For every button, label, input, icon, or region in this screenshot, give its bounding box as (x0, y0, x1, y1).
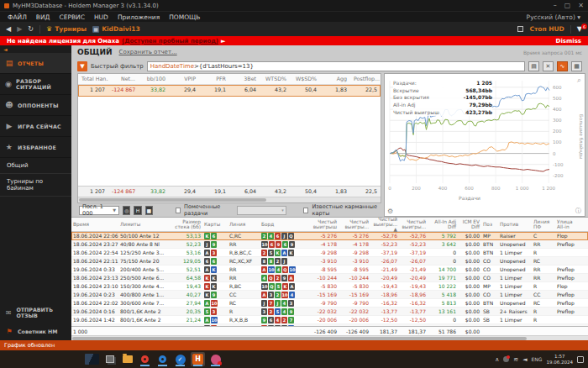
save-filter-button[interactable]: ▤ (528, 61, 539, 71)
marked-hands-checkbox[interactable] (176, 208, 181, 213)
column-header[interactable]: PFR (199, 74, 229, 84)
column-header[interactable]: ICM EV Diff (458, 219, 481, 229)
table-row[interactable]: 18.06.2024 23:2740/80 Ante 8 Nl52,23J9RR… (71, 240, 588, 249)
stop-hud-checkbox[interactable] (517, 26, 523, 32)
column-header[interactable]: Postflop... (350, 74, 381, 84)
menu-service[interactable]: СЕРВИС (59, 13, 85, 21)
column-header[interactable]: Total Han... ▲ (78, 74, 108, 84)
column-header[interactable]: Размер стека (бб) (169, 219, 202, 229)
sidebar-item-play-now[interactable]: ▶ ИГРА СЕЙЧАС (0, 116, 71, 137)
menu-hud[interactable]: HUD (94, 13, 108, 21)
table-row[interactable]: 18.06.2024 22:1175/150 Ante 20129,0566RC… (71, 257, 588, 265)
hand-range-dropdown[interactable]: Посл. 1 000 ▼ (79, 206, 119, 215)
sidebar-report-general[interactable]: Общий (0, 158, 71, 174)
clear-filter-button[interactable]: ✕ (543, 61, 554, 71)
notes-button[interactable]: Н (134, 206, 141, 215)
table-row[interactable]: 18.06.2024 22:54125/250 Ante 3...53,16A3… (71, 249, 588, 257)
hm3-app-icon[interactable]: H (191, 352, 205, 366)
table-row[interactable]: 19.06.2024 0:33200/400 Ante 5...52,51AKR… (71, 265, 588, 274)
column-header[interactable]: Борд (260, 222, 307, 227)
sidebar-item-reports[interactable]: ▤ ОТЧЕТЫ (0, 53, 71, 74)
dismiss-button[interactable]: Dismiss (556, 38, 581, 45)
column-header[interactable]: 3Bet (229, 74, 260, 84)
known-cards-checkbox[interactable] (303, 208, 308, 213)
chart-toggle-button[interactable]: ∿ (557, 61, 568, 71)
horizontal-scrollbar[interactable] (71, 335, 588, 340)
sidebar-item-opponents[interactable]: ☻ ОППОНЕНТЫ (0, 95, 71, 116)
menu-view[interactable]: ВИД (36, 13, 50, 21)
column-header[interactable]: Поз (481, 222, 498, 227)
refresh-icon[interactable]: ↻ (28, 25, 34, 33)
column-header[interactable]: Net... (108, 74, 139, 84)
back-button[interactable]: ◀ (6, 25, 11, 33)
marked-tags-dropdown[interactable]: ▾ (237, 206, 286, 215)
column-header[interactable]: Против (498, 222, 532, 227)
column-header[interactable]: Лимиты (118, 222, 169, 227)
grid-toggle-button[interactable]: ▦ (571, 61, 582, 71)
column-header[interactable]: Чистый выигры... ▲ (370, 217, 399, 232)
magnifier-icon[interactable]: ⌕ (577, 76, 581, 85)
column-header[interactable]: Чистый выигрыш (307, 219, 339, 229)
opera-browser-icon[interactable] (138, 352, 152, 366)
keyboard-lang[interactable]: ENG (532, 356, 543, 362)
table-row[interactable]: 18.06.2024 23:10150/300 Ante 4...19,43KK… (71, 282, 588, 291)
social-app-icon[interactable] (208, 352, 223, 366)
sidebar-collapse-icon[interactable]: ◄ (0, 45, 71, 53)
table-row[interactable]: 18.06.2024 22:0650/100 Ante 1253,13K6C,R… (71, 232, 588, 240)
table-row[interactable]: 19.06.2024 0:23400/800 Ante 1...40,27K9C… (71, 291, 588, 299)
gear-icon[interactable]: ⚙ (387, 208, 393, 215)
column-header[interactable]: Улица All-in (555, 219, 580, 229)
info-icon[interactable]: ⓘ (575, 207, 581, 215)
table-row[interactable]: 18.06.2024 23:13250/500 Ante 6...64,58KK… (71, 274, 588, 282)
tab-player[interactable]: ▦ KidDaivi13 (92, 25, 140, 33)
sidebar-item-favorites[interactable]: ★ ИЗБРАННОЕ (0, 137, 71, 158)
save-report-link[interactable]: Сохранить отчет... (119, 49, 177, 55)
taskbar-app-logo[interactable] (85, 352, 99, 366)
column-header[interactable]: Чистый выигры... (399, 219, 428, 229)
trial-link[interactable]: (Доступен пробный период) (122, 38, 218, 45)
menu-file[interactable]: ФАЙЛ (8, 13, 27, 21)
close-button[interactable]: ✕ (578, 3, 584, 9)
tab-tournaments[interactable]: ♛ Турниры (46, 25, 87, 33)
minimize-button[interactable]: – (554, 3, 557, 9)
notifications-filter-icon[interactable]: ▼6 (577, 25, 582, 33)
column-header[interactable]: W$SD% (290, 74, 320, 84)
maximize-button[interactable]: ▢ (564, 3, 571, 9)
file-explorer-icon[interactable] (120, 352, 134, 366)
column-header[interactable]: Время (71, 222, 118, 227)
column-header[interactable]: WTSD% (260, 74, 290, 84)
sidebar-report-by-buyin[interactable]: Турниры по байинам (0, 174, 71, 197)
table-row[interactable]: 19.06.2024 0:16800/1,6K Ante 220,3553R32… (71, 308, 588, 316)
column-header[interactable]: Чистый выигры... (339, 219, 370, 229)
sidebar-send-feedback[interactable]: ✉ ОТПРАВИТЬ ОТЗЫВ (0, 303, 71, 322)
column-header[interactable]: Линия ПФ (532, 219, 555, 229)
cards-view-button[interactable]: ■ (145, 206, 153, 215)
replayer-button[interactable]: ◎ (123, 206, 130, 215)
browser-icon[interactable] (155, 352, 170, 366)
notification-center-icon[interactable] (577, 356, 584, 363)
stats-grid-row[interactable]: 1 207-124 86733,8229,419,16,0443,250,41,… (78, 85, 381, 97)
menu-apps[interactable]: Приложения (118, 13, 160, 21)
sidebar-item-hand-review[interactable]: ◉ РАЗБОР СИТУАЦИЙ (0, 74, 71, 95)
column-header[interactable]: Линия (228, 222, 260, 227)
column-header[interactable]: VPIP (169, 74, 199, 84)
forward-button[interactable]: ▶ (17, 25, 22, 33)
tray-expand-icon[interactable]: ∧ (495, 356, 499, 363)
table-row[interactable]: 19.06.2024 1:42800/1,6K Ante 221,24A10R,… (71, 316, 588, 324)
language-selector[interactable]: Русский (Авто) ▾ (527, 13, 580, 21)
table-row[interactable]: 18.06.2024 22:02300/600 Ante 7...27,94A1… (71, 299, 588, 308)
wifi-icon[interactable]: ≋ (513, 356, 518, 363)
column-header[interactable]: Agg (320, 74, 350, 84)
task-view-icon[interactable] (102, 352, 117, 366)
sidebar-hm-advisor[interactable]: ⚑ Советник HM (0, 322, 71, 340)
column-header[interactable]: bb/100 (139, 74, 169, 84)
filter-icon[interactable]: ▼ (77, 61, 87, 71)
clock[interactable]: 1:57 19.06.2024 (547, 354, 574, 365)
volume-icon[interactable]: ◄ (522, 356, 527, 363)
tray-app-icon[interactable] (503, 356, 509, 362)
quick-filter-input[interactable]: HandDateTime>{d'LastHours=13} (147, 61, 525, 71)
messenger-icon[interactable]: ✓ (173, 352, 187, 366)
column-header[interactable]: Карты (202, 222, 228, 227)
menu-help[interactable]: ПОМОЩЬ (169, 13, 200, 21)
column-header[interactable]: All-In Adj Diff (428, 219, 458, 229)
